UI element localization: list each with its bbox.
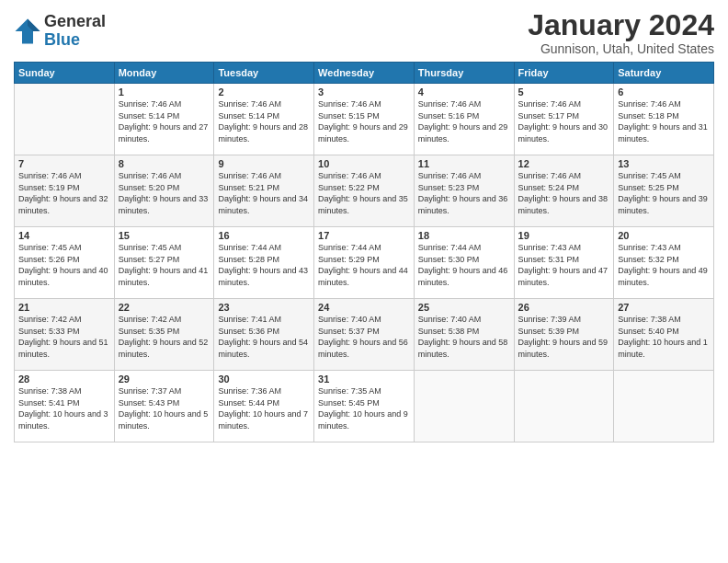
day-info: Sunrise: 7:44 AMSunset: 5:28 PMDaylight:… (218, 242, 310, 288)
day-number: 2 (218, 86, 310, 98)
calendar-cell: 23Sunrise: 7:41 AMSunset: 5:36 PMDayligh… (214, 299, 314, 371)
calendar-cell: 4Sunrise: 7:46 AMSunset: 5:16 PMDaylight… (414, 84, 514, 155)
day-number: 19 (518, 230, 610, 241)
day-info: Sunrise: 7:40 AMSunset: 5:37 PMDaylight:… (318, 314, 410, 360)
calendar-cell: 31Sunrise: 7:35 AMSunset: 5:45 PMDayligh… (314, 371, 415, 442)
day-info: Sunrise: 7:41 AMSunset: 5:36 PMDaylight:… (218, 314, 310, 360)
calendar-header: SundayMondayTuesdayWednesdayThursdayFrid… (15, 63, 714, 84)
day-info: Sunrise: 7:42 AMSunset: 5:35 PMDaylight:… (119, 314, 210, 360)
day-number: 17 (318, 230, 410, 241)
day-number: 8 (119, 158, 210, 169)
day-info: Sunrise: 7:46 AMSunset: 5:14 PMDaylight:… (218, 98, 310, 144)
calendar-cell: 25Sunrise: 7:40 AMSunset: 5:38 PMDayligh… (414, 299, 514, 371)
day-info: Sunrise: 7:45 AMSunset: 5:27 PMDaylight:… (119, 242, 210, 288)
day-number: 29 (119, 373, 210, 385)
day-info: Sunrise: 7:46 AMSunset: 5:20 PMDaylight:… (119, 170, 210, 216)
logo-text: General Blue (44, 13, 106, 50)
day-number: 24 (318, 302, 410, 313)
day-info: Sunrise: 7:36 AMSunset: 5:44 PMDaylight:… (218, 385, 310, 431)
calendar-week-row: 7Sunrise: 7:46 AMSunset: 5:19 PMDaylight… (15, 155, 714, 227)
day-info: Sunrise: 7:46 AMSunset: 5:17 PMDaylight:… (518, 98, 610, 144)
logo: General Blue (14, 13, 106, 50)
day-info: Sunrise: 7:46 AMSunset: 5:16 PMDaylight:… (418, 98, 510, 144)
day-number: 3 (318, 86, 410, 98)
month-title: January 2024 (528, 9, 714, 41)
calendar-cell: 9Sunrise: 7:46 AMSunset: 5:21 PMDaylight… (214, 155, 314, 227)
calendar-week-row: 21Sunrise: 7:42 AMSunset: 5:33 PMDayligh… (15, 299, 714, 371)
day-number: 26 (518, 302, 610, 313)
calendar-cell: 27Sunrise: 7:38 AMSunset: 5:40 PMDayligh… (614, 299, 714, 371)
calendar-cell: 17Sunrise: 7:44 AMSunset: 5:29 PMDayligh… (314, 227, 415, 299)
calendar-cell: 29Sunrise: 7:37 AMSunset: 5:43 PMDayligh… (114, 371, 214, 442)
day-info: Sunrise: 7:46 AMSunset: 5:22 PMDaylight:… (318, 170, 410, 216)
calendar-cell: 14Sunrise: 7:45 AMSunset: 5:26 PMDayligh… (15, 227, 115, 299)
logo-icon (14, 17, 41, 45)
weekday-header-sunday: Sunday (15, 63, 115, 84)
location-title: Gunnison, Utah, United States (528, 41, 714, 56)
day-info: Sunrise: 7:46 AMSunset: 5:19 PMDaylight:… (18, 170, 110, 216)
logo-line2: Blue (44, 31, 106, 50)
day-number: 1 (119, 86, 210, 98)
calendar-cell (514, 371, 614, 442)
day-number: 14 (18, 230, 110, 241)
day-number: 12 (518, 158, 610, 169)
weekday-header-wednesday: Wednesday (314, 63, 415, 84)
day-number: 31 (318, 373, 410, 385)
day-info: Sunrise: 7:46 AMSunset: 5:24 PMDaylight:… (518, 170, 610, 216)
day-info: Sunrise: 7:46 AMSunset: 5:21 PMDaylight:… (218, 170, 310, 216)
day-info: Sunrise: 7:45 AMSunset: 5:26 PMDaylight:… (18, 242, 110, 288)
day-number: 22 (119, 302, 210, 313)
day-number: 7 (18, 158, 110, 169)
calendar-cell: 26Sunrise: 7:39 AMSunset: 5:39 PMDayligh… (514, 299, 614, 371)
calendar-cell: 12Sunrise: 7:46 AMSunset: 5:24 PMDayligh… (514, 155, 614, 227)
day-number: 18 (418, 230, 510, 241)
day-info: Sunrise: 7:46 AMSunset: 5:14 PMDaylight:… (119, 98, 210, 144)
day-info: Sunrise: 7:46 AMSunset: 5:18 PMDaylight:… (618, 98, 710, 144)
day-info: Sunrise: 7:46 AMSunset: 5:15 PMDaylight:… (318, 98, 410, 144)
calendar-cell: 7Sunrise: 7:46 AMSunset: 5:19 PMDaylight… (15, 155, 115, 227)
calendar-cell (614, 371, 714, 442)
calendar-cell: 2Sunrise: 7:46 AMSunset: 5:14 PMDaylight… (214, 84, 314, 155)
calendar-cell: 13Sunrise: 7:45 AMSunset: 5:25 PMDayligh… (614, 155, 714, 227)
day-number: 23 (218, 302, 310, 313)
calendar-cell: 8Sunrise: 7:46 AMSunset: 5:20 PMDaylight… (114, 155, 214, 227)
day-number: 13 (618, 158, 710, 169)
title-block: January 2024 Gunnison, Utah, United Stat… (528, 9, 714, 56)
calendar-cell: 11Sunrise: 7:46 AMSunset: 5:23 PMDayligh… (414, 155, 514, 227)
calendar-cell (414, 371, 514, 442)
day-number: 4 (418, 86, 510, 98)
day-info: Sunrise: 7:46 AMSunset: 5:23 PMDaylight:… (418, 170, 510, 216)
calendar-cell: 19Sunrise: 7:43 AMSunset: 5:31 PMDayligh… (514, 227, 614, 299)
calendar-cell: 15Sunrise: 7:45 AMSunset: 5:27 PMDayligh… (114, 227, 214, 299)
weekday-header-monday: Monday (114, 63, 214, 84)
day-info: Sunrise: 7:39 AMSunset: 5:39 PMDaylight:… (518, 314, 610, 360)
calendar-cell: 30Sunrise: 7:36 AMSunset: 5:44 PMDayligh… (214, 371, 314, 442)
day-number: 6 (618, 86, 710, 98)
calendar-body: 1Sunrise: 7:46 AMSunset: 5:14 PMDaylight… (15, 84, 714, 442)
day-info: Sunrise: 7:42 AMSunset: 5:33 PMDaylight:… (18, 314, 110, 360)
calendar-week-row: 1Sunrise: 7:46 AMSunset: 5:14 PMDaylight… (15, 84, 714, 155)
calendar-week-row: 14Sunrise: 7:45 AMSunset: 5:26 PMDayligh… (15, 227, 714, 299)
day-number: 9 (218, 158, 310, 169)
calendar-cell: 20Sunrise: 7:43 AMSunset: 5:32 PMDayligh… (614, 227, 714, 299)
day-number: 28 (18, 373, 110, 385)
day-info: Sunrise: 7:43 AMSunset: 5:32 PMDaylight:… (618, 242, 710, 288)
day-info: Sunrise: 7:37 AMSunset: 5:43 PMDaylight:… (119, 385, 210, 431)
weekday-header-friday: Friday (514, 63, 614, 84)
day-info: Sunrise: 7:35 AMSunset: 5:45 PMDaylight:… (318, 385, 410, 431)
calendar-week-row: 28Sunrise: 7:38 AMSunset: 5:41 PMDayligh… (15, 371, 714, 442)
weekday-header-saturday: Saturday (614, 63, 714, 84)
calendar-cell (15, 84, 115, 155)
calendar-table: SundayMondayTuesdayWednesdayThursdayFrid… (14, 62, 714, 442)
calendar-cell: 5Sunrise: 7:46 AMSunset: 5:17 PMDaylight… (514, 84, 614, 155)
day-info: Sunrise: 7:45 AMSunset: 5:25 PMDaylight:… (618, 170, 710, 216)
main-container: General Blue January 2024 Gunnison, Utah… (0, 0, 728, 452)
calendar-cell: 22Sunrise: 7:42 AMSunset: 5:35 PMDayligh… (114, 299, 214, 371)
calendar-cell: 6Sunrise: 7:46 AMSunset: 5:18 PMDaylight… (614, 84, 714, 155)
day-info: Sunrise: 7:44 AMSunset: 5:29 PMDaylight:… (318, 242, 410, 288)
weekday-header-row: SundayMondayTuesdayWednesdayThursdayFrid… (15, 63, 714, 84)
weekday-header-thursday: Thursday (414, 63, 514, 84)
day-number: 10 (318, 158, 410, 169)
day-number: 25 (418, 302, 510, 313)
calendar-cell: 28Sunrise: 7:38 AMSunset: 5:41 PMDayligh… (15, 371, 115, 442)
